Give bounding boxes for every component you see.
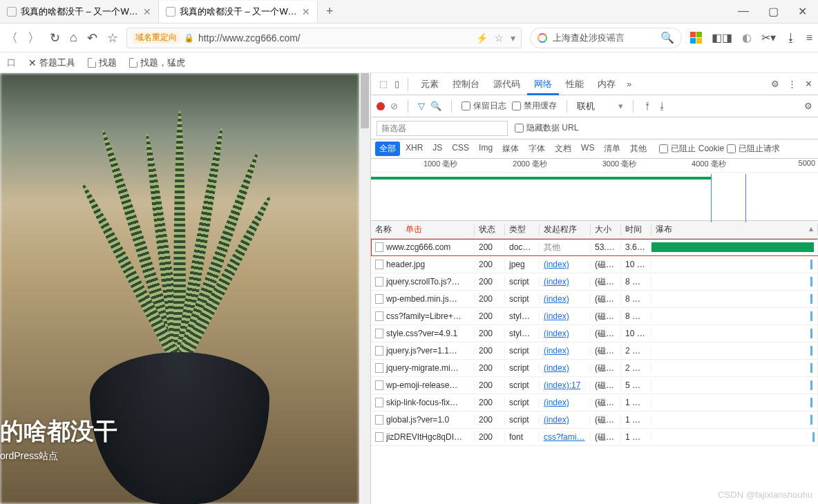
type-filter-button[interactable]: XHR [401,142,427,156]
network-controls-bar: ⊘ ▽ 🔍 保留日志 禁用缓存 联机▾ ⭱ ⭳ ⚙ [371,95,818,117]
disable-cache-checkbox[interactable]: 禁用缓存 [512,100,557,112]
webpage-viewport[interactable]: 的啥都没干 ordPress站点 [0,73,359,504]
devtools-panel: ⬚ ▯ 元素控制台源代码网络性能内存 » ⚙ ⋮ ✕ ⊘ ▽ 🔍 保留日志 禁用… [370,73,818,504]
preserve-log-checkbox[interactable]: 保留日志 [462,100,506,112]
type-filter-button[interactable]: 媒体 [498,142,523,156]
menu-icon[interactable]: ≡ [806,32,812,44]
page-title: 的啥都没干 [0,416,117,447]
back-button[interactable]: 〈 [6,30,18,46]
vertical-scrollbar[interactable] [359,73,370,504]
clear-button[interactable]: ⊘ [390,101,398,111]
search-placeholder: 上海查处涉疫谣言 [553,32,655,44]
network-request-row[interactable]: css?family=Libre+…200styl…(index)(磁…8 … [371,308,818,325]
hide-data-url-checkbox[interactable]: 隐藏数据 URL [515,122,578,134]
search-icon[interactable]: 🔍 [660,31,674,44]
content-area: 的啥都没干 ordPress站点 ⬚ ▯ 元素控制台源代码网络性能内存 » ⚙ … [0,73,818,504]
browser-tab[interactable]: 我真的啥都没干 – 又一个Wo…✕ [0,1,159,23]
url-text: http://www.zcg666.com/ [198,32,472,43]
close-tab-icon[interactable]: ✕ [143,6,151,17]
profile-icon[interactable]: ◐ [742,31,752,44]
devtools-tab[interactable]: 网络 [527,74,559,95]
network-request-row[interactable]: wp-embed.min.js…200script(index)(磁…8 … [371,291,818,308]
redirect-badge: 域名重定向 [133,32,180,43]
network-request-row[interactable]: wp-emoji-release…200script(index):17(磁…5… [371,377,818,394]
devtools-tab[interactable]: 性能 [559,74,591,95]
network-request-row[interactable]: global.js?ver=1.0200script(index)(磁…1 … [371,411,818,429]
address-bar[interactable]: 域名重定向 🔒 http://www.zcg666.com/ ⚡ ☆ ▾ [126,28,522,48]
browser-tab[interactable]: 我真的啥都没干 – 又一个Wo…✕ [159,1,318,23]
network-request-row[interactable]: www.zcg666.com200doc…其他53.…3.6… [371,239,818,256]
microsoft-icon[interactable] [690,32,702,43]
throttling-select[interactable]: 联机▾ [577,100,623,113]
network-request-row[interactable]: style.css?ver=4.9.1200styl…(index)(磁…10 … [371,325,818,342]
upload-har-icon[interactable]: ⭱ [643,101,652,111]
search-engine-icon [538,33,547,43]
home-button[interactable]: ⌂ [70,30,77,45]
bookmarks-expand-icon[interactable]: 口 [7,57,16,69]
devtools-tab[interactable]: 元素 [414,74,446,95]
network-request-row[interactable]: jquery.scrollTo.js?…200script(index)(磁…8… [371,273,818,291]
dropdown-icon[interactable]: ▾ [511,32,515,43]
inspect-icon[interactable]: ⬚ [377,79,390,89]
extension-icon[interactable]: ◧◨ [712,31,732,44]
type-filter-button[interactable]: 全部 [375,142,400,156]
browser-toolbar: 〈 〉 ↻ ⌂ ↶ ☆ 域名重定向 🔒 http://www.zcg666.co… [0,23,818,52]
new-tab-button[interactable]: + [318,4,342,19]
network-request-row[interactable]: jquery.js?ver=1.1…200script(index)(磁…2 … [371,342,818,360]
type-filter-button[interactable]: Img [475,142,497,156]
star-icon[interactable]: ☆ [495,32,504,43]
type-filter-button[interactable]: 清单 [600,142,625,156]
maximize-button[interactable]: ▢ [768,5,779,18]
network-request-row[interactable]: jizDREVItHgc8qDI…200fontcss?fami…(磁…1 … [371,429,818,446]
blocked-requests-checkbox[interactable]: 已阻止请求 [727,143,780,155]
filter-icon[interactable]: ▽ [418,101,425,111]
type-filter-button[interactable]: 其他 [626,142,651,156]
network-request-row[interactable]: skip-link-focus-fix…200script(index)(磁…1… [371,394,818,411]
record-button[interactable] [377,102,385,110]
filter-input[interactable] [377,121,508,136]
flash-icon[interactable]: ⚡ [476,32,488,43]
network-table: 名称单击 状态 类型 发起程序 大小 时间 瀑布▴ www.zcg666.com… [371,221,818,504]
scissors-icon[interactable]: ✂▾ [761,31,776,44]
settings-icon[interactable]: ⚙ [771,79,779,89]
type-filter-button[interactable]: 文档 [551,142,576,156]
undo-button[interactable]: ↶ [87,30,97,46]
network-settings-icon[interactable]: ⚙ [804,101,812,111]
devtools-tab-bar: ⬚ ▯ 元素控制台源代码网络性能内存 » ⚙ ⋮ ✕ [371,73,818,95]
table-header[interactable]: 名称单击 状态 类型 发起程序 大小 时间 瀑布▴ [371,221,818,239]
bookmark-item[interactable]: 找题，猛虎 [129,57,185,69]
network-request-row[interactable]: header.jpg200jpeg(index)(磁…10 … [371,256,818,273]
devtools-tab[interactable]: 内存 [591,74,622,95]
lock-icon: 🔒 [184,33,194,43]
type-filter-button[interactable]: CSS [448,142,473,156]
devtools-tab[interactable]: 控制台 [446,74,486,95]
click-hint: 单击 [406,224,422,234]
kebab-menu-icon[interactable]: ⋮ [788,79,797,89]
resource-type-filter: 全部XHRJSCSSImg媒体字体文档WS清单其他 已阻止 Cookie 已阻止… [371,139,818,159]
favorite-button[interactable]: ☆ [107,30,118,46]
forward-button[interactable]: 〉 [28,30,40,46]
close-button[interactable]: ✕ [798,5,807,18]
download-icon[interactable]: ⭳ [786,32,797,44]
blocked-cookies-checkbox[interactable]: 已阻止 Cookie [659,143,724,155]
type-filter-button[interactable]: 字体 [524,142,549,156]
network-timeline[interactable]: 1000 毫秒2000 毫秒3000 毫秒4000 毫秒5000 [371,159,818,221]
search-network-icon[interactable]: 🔍 [430,101,441,111]
search-box[interactable]: 上海查处涉疫谣言 🔍 [530,28,682,48]
reload-button[interactable]: ↻ [50,30,60,46]
bookmark-item[interactable]: 找题 [88,57,117,69]
network-filter-bar: 隐藏数据 URL [371,117,818,139]
device-toggle-icon[interactable]: ▯ [392,79,402,89]
type-filter-button[interactable]: JS [428,142,446,156]
devtools-tab[interactable]: 源代码 [486,74,527,95]
window-controls: ― ▢ ✕ [738,5,818,18]
type-filter-button[interactable]: WS [577,142,598,156]
more-tabs-icon[interactable]: » [624,79,634,89]
close-tab-icon[interactable]: ✕ [302,6,310,17]
download-har-icon[interactable]: ⭳ [658,101,667,111]
close-devtools-icon[interactable]: ✕ [805,79,812,89]
bookmark-item[interactable]: ✕答题工具 [28,57,75,69]
network-request-row[interactable]: jquery-migrate.mi…200script(index)(磁…2 … [371,360,818,377]
bookmarks-bar: 口 ✕答题工具找题找题，猛虎 [0,52,818,73]
minimize-button[interactable]: ― [738,5,749,18]
